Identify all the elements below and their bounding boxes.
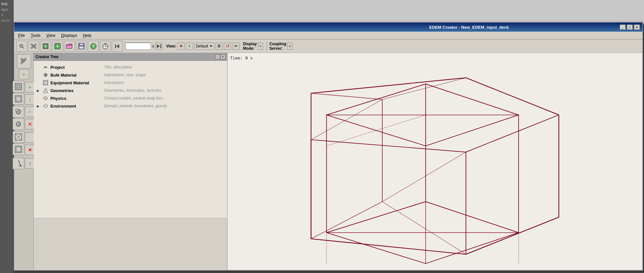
time-unit-label: s [152, 44, 154, 48]
svg-line-91 [382, 152, 466, 202]
time-input[interactable] [125, 43, 151, 50]
svg-rect-35 [16, 97, 21, 101]
display-mode-label: Display [243, 42, 257, 46]
menu-displays[interactable]: Displays [58, 32, 79, 38]
close-button[interactable]: × [634, 25, 640, 30]
particles-button[interactable] [28, 41, 39, 52]
view-x-button[interactable]: ✕ [177, 43, 185, 50]
svg-point-5 [35, 44, 37, 45]
svg-point-3 [32, 45, 35, 47]
layer-icon[interactable] [13, 81, 24, 92]
toolbar: + ? [14, 39, 642, 53]
creator-tree-restore-button[interactable]: □ [216, 55, 220, 59]
time-input-area: s [125, 43, 163, 50]
svg-rect-26 [160, 44, 161, 48]
window-title: EDEM Creator - New_EDEM_input_deck [318, 25, 620, 30]
creator-panel: Creator Tree □ ✕ ✏ Project Title, descri… [34, 53, 227, 270]
content-area: + + [14, 53, 642, 270]
add-green-button[interactable]: + [52, 41, 63, 52]
display-mode-expand-button[interactable]: » [258, 43, 263, 50]
display-mode-area: Display Mode: [243, 42, 257, 51]
svg-point-7 [35, 47, 37, 48]
svg-line-93 [466, 217, 559, 254]
coupling-label: Coupling [269, 42, 286, 46]
edit-button[interactable]: ✏ [232, 43, 239, 50]
tree-item-geometries[interactable]: ▶ Geometries Geometries, kinematics, fac… [35, 87, 226, 94]
timer-button[interactable] [100, 41, 111, 52]
svg-line-87 [311, 140, 466, 152]
menu-help[interactable]: Help [80, 32, 94, 38]
svg-point-1 [20, 45, 22, 47]
particle-icon2[interactable] [13, 118, 24, 130]
svg-rect-50 [44, 81, 47, 84]
viewport-3d [227, 53, 642, 270]
view-plus-button[interactable]: + [186, 43, 193, 50]
svg-line-77 [311, 239, 466, 254]
particle-icon[interactable] [13, 106, 24, 118]
creator-tree-close-button[interactable]: ✕ [221, 55, 225, 59]
geometries-label: Geometries [50, 88, 102, 93]
svg-rect-44 [16, 147, 21, 152]
page-add-button[interactable]: + [19, 69, 29, 79]
settings-button[interactable]: ⚙ [216, 43, 223, 50]
chevron-down-icon: ▼ [209, 44, 213, 48]
svg-line-90 [382, 78, 466, 100]
view-dropdown[interactable]: Default ▼ [194, 43, 214, 50]
left-edge-label-ages: ages [1, 7, 13, 12]
tree-item-physics[interactable]: Physics Contact models, particle body fo… [35, 94, 226, 102]
svg-text:?: ? [92, 44, 95, 49]
refresh-button[interactable]: ↺ [224, 43, 231, 50]
svg-point-30 [21, 62, 23, 64]
display-mode-label2: Mode: [243, 46, 254, 51]
svg-point-48 [44, 73, 45, 75]
move-icon[interactable] [13, 158, 24, 169]
geo-icon2[interactable] [13, 143, 24, 155]
tree-arrow-geometries: ▶ [37, 89, 41, 92]
svg-line-83 [311, 202, 382, 239]
coupling-expand-button[interactable]: » [287, 43, 292, 50]
geometries-icon [43, 88, 48, 93]
equipment-material-description: Interactions [104, 80, 124, 85]
geometries-description: Geometries, kinematics, factories [104, 88, 161, 93]
svg-rect-13 [79, 43, 83, 46]
minimize-button[interactable]: _ [620, 25, 626, 30]
tree-item-bulk-material[interactable]: Bulk Material Interactions, size, shape [35, 71, 226, 79]
left-edge-label-e: e [1, 13, 13, 17]
view-label: View: [166, 44, 176, 48]
project-icon: ✏ [43, 64, 48, 70]
menu-file[interactable]: File [16, 32, 27, 38]
left-edge-number: 018, [1, 1, 13, 6]
svg-line-92 [466, 115, 559, 152]
tree-item-environment[interactable]: ▶ Environment Domain, periodic boundarie… [35, 102, 226, 110]
page-icon[interactable] [17, 54, 31, 68]
layer-icon2[interactable] [13, 93, 24, 105]
svg-text:+: + [56, 44, 59, 49]
physics-label: Physics [50, 96, 102, 101]
search-button[interactable] [16, 41, 27, 52]
creator-tree-header: Creator Tree □ ✕ [34, 53, 227, 61]
menu-view[interactable]: View [44, 32, 58, 38]
equipment-material-icon [43, 80, 48, 86]
skip-start-button[interactable] [112, 41, 123, 52]
title-bar: EDEM Creator - New_EDEM_input_deck _ □ × [14, 23, 642, 32]
physics-icon [43, 95, 48, 101]
tree-item-project[interactable]: ✏ Project Title, description [35, 63, 226, 71]
menu-bar: File Tools View Displays Help [14, 32, 642, 39]
tree-item-equipment-material[interactable]: Equipment Material Interactions [35, 79, 226, 87]
svg-line-89 [382, 202, 466, 254]
creator-tree-body: ✏ Project Title, description Bulk Materi… [34, 61, 227, 218]
maximize-button[interactable]: □ [627, 25, 633, 30]
svg-point-4 [31, 44, 33, 45]
svg-marker-23 [116, 44, 119, 48]
help-button[interactable]: ? [88, 41, 99, 52]
left-edge-panel: 018, ages e res m [0, 0, 14, 273]
open-button[interactable] [64, 41, 75, 52]
geo-icon[interactable] [13, 131, 24, 143]
svg-line-96 [311, 100, 382, 140]
svg-point-6 [31, 47, 33, 48]
project-label: Project [50, 65, 102, 70]
skip-end-button[interactable] [155, 43, 163, 50]
save-button[interactable] [76, 41, 87, 52]
geometry-button[interactable] [40, 41, 51, 52]
menu-tools[interactable]: Tools [28, 32, 43, 38]
